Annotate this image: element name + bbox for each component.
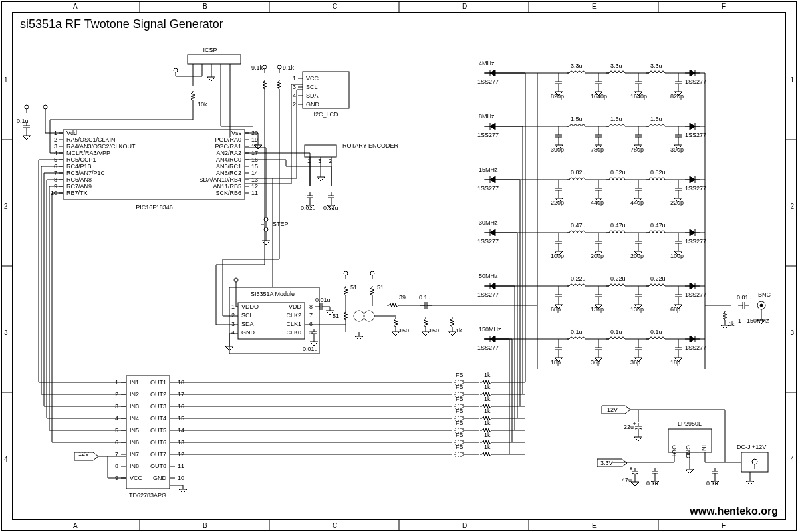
c-rot1: 0.01u	[301, 205, 316, 211]
svg-text:FB: FB	[456, 408, 464, 414]
svg-text:FB: FB	[456, 444, 464, 450]
svg-text:8: 8	[115, 463, 118, 469]
c-att: 0.1u	[419, 294, 431, 301]
svg-text:RC3/AN7/P1C: RC3/AN7/P1C	[66, 170, 106, 176]
svg-text:36p: 36p	[591, 359, 600, 366]
svg-text:FB: FB	[456, 372, 464, 378]
svg-text:3.3u: 3.3u	[650, 63, 662, 69]
svg-text:IN7: IN7	[130, 451, 139, 458]
svg-text:SCK/RB6: SCK/RB6	[215, 190, 241, 196]
svg-text:18: 18	[251, 143, 258, 150]
svg-text:Vss: Vss	[231, 130, 242, 136]
mcu-block: PIC16F18346 1Vdd2RA5/OSC1/CLKIN3RA4/AN3/…	[51, 130, 258, 211]
svg-text:5: 5	[309, 329, 313, 336]
svg-text:CLK1: CLK1	[286, 321, 301, 327]
c-vdd-si: 0.01u	[315, 297, 331, 303]
svg-text:VCC: VCC	[306, 75, 319, 82]
svg-text:0.22u: 0.22u	[610, 275, 626, 282]
svg-text:IN6: IN6	[130, 439, 139, 446]
svg-text:68p: 68p	[551, 306, 561, 313]
svg-text:390p: 390p	[670, 146, 684, 153]
svg-text:150MHz: 150MHz	[479, 326, 501, 332]
svg-text:IN1: IN1	[130, 379, 139, 386]
svg-text:0.22u: 0.22u	[650, 275, 666, 282]
svg-text:1: 1	[231, 303, 235, 310]
svg-text:2: 2	[329, 158, 332, 164]
svg-text:1SS277: 1SS277	[685, 238, 706, 245]
svg-text:15MHz: 15MHz	[479, 166, 498, 173]
svg-point-199	[364, 311, 374, 321]
svg-text:1SS277: 1SS277	[685, 78, 706, 85]
mcu-name: PIC16F18346	[136, 204, 173, 211]
schematic-svg: PIC16F18346 1Vdd2RA5/OSC1/CLKIN3RA4/AN3/…	[0, 0, 798, 532]
svg-text:PGD/RA0: PGD/RA0	[215, 136, 241, 143]
svg-text:11: 11	[178, 463, 184, 469]
r-51c: 51	[332, 313, 339, 319]
i2c-lcd-label: I2C_LCD	[313, 111, 338, 118]
svg-text:136p: 136p	[591, 306, 604, 313]
svg-text:200p: 200p	[591, 253, 604, 259]
svg-text:RC6/AN8: RC6/AN8	[66, 176, 92, 183]
svg-text:RA5/OSC1/CLKIN: RA5/OSC1/CLKIN	[66, 136, 116, 143]
svg-text:50MHz: 50MHz	[479, 273, 498, 279]
svg-text:390p: 390p	[551, 146, 564, 153]
svg-text:19: 19	[251, 136, 258, 143]
svg-text:FB: FB	[456, 420, 464, 426]
svg-text:68p: 68p	[670, 306, 680, 313]
svg-text:1SS277: 1SS277	[477, 132, 499, 138]
r-pullup-1: 9.1k	[251, 65, 263, 71]
svg-text:8: 8	[309, 303, 313, 310]
r-out: 1k	[728, 321, 735, 327]
svg-text:820p: 820p	[670, 93, 684, 100]
svg-text:FB: FB	[456, 432, 464, 438]
svg-text:RA4/AN3/OSC2/CLKOUT: RA4/AN3/OSC2/CLKOUT	[66, 143, 136, 150]
svg-text:AN5/RC1: AN5/RC1	[216, 163, 241, 170]
svg-text:OUT7: OUT7	[150, 451, 166, 458]
svg-text:SDA/AN10/RB4: SDA/AN10/RB4	[199, 176, 241, 183]
r-1k-att: 1k	[456, 327, 462, 334]
svg-text:7: 7	[309, 312, 313, 319]
svg-text:AN4/RC0: AN4/RC0	[216, 156, 241, 163]
svg-text:FB: FB	[456, 384, 464, 390]
svg-text:1.5u: 1.5u	[650, 116, 662, 122]
svg-text:1.5u: 1.5u	[571, 116, 583, 122]
r-150b: 150	[429, 327, 439, 334]
svg-text:OUT4: OUT4	[150, 415, 166, 422]
svg-text:RB7/TX: RB7/TX	[66, 190, 88, 196]
svg-text:1.5u: 1.5u	[610, 116, 622, 122]
svg-text:1SS277: 1SS277	[685, 185, 706, 192]
c-rot2: 0.01u	[323, 205, 338, 211]
svg-text:3: 3	[54, 143, 57, 150]
svg-text:IN3: IN3	[130, 403, 139, 410]
svg-point-198	[354, 311, 364, 321]
svg-text:OUT1: OUT1	[150, 379, 166, 386]
c-clk0: 0.01u	[303, 346, 318, 352]
svg-text:440p: 440p	[591, 200, 604, 206]
svg-text:4: 4	[293, 92, 296, 99]
dc-jack-label: DC-J +12V	[737, 444, 766, 450]
svg-text:1SS277: 1SS277	[477, 185, 499, 192]
svg-text:IN8: IN8	[130, 463, 139, 469]
svg-text:GND: GND	[306, 101, 320, 108]
svg-text:0.1u: 0.1u	[650, 329, 662, 335]
svg-text:1640p: 1640p	[591, 93, 607, 100]
svg-text:14: 14	[251, 170, 258, 176]
svg-text:SDA: SDA	[306, 92, 319, 99]
r-pullup-2: 9.1k	[283, 65, 295, 71]
svg-text:100p: 100p	[551, 253, 564, 259]
svg-text:0.1u: 0.1u	[571, 329, 583, 335]
svg-text:Vdd: Vdd	[66, 130, 77, 136]
svg-text:4MHz: 4MHz	[479, 60, 495, 66]
svg-text:3.3u: 3.3u	[610, 63, 622, 69]
svg-text:MCLR/RA3/VPP: MCLR/RA3/VPP	[66, 150, 110, 156]
svg-text:18p: 18p	[551, 359, 561, 366]
svg-text:GND: GND	[153, 475, 167, 481]
drv-12v: 12V	[78, 450, 89, 457]
svg-text:0.47u: 0.47u	[610, 222, 626, 229]
svg-text:VCC: VCC	[130, 475, 143, 481]
svg-text:4: 4	[231, 329, 235, 336]
svg-text:440p: 440p	[630, 200, 644, 206]
driver-name: TD62783APG	[129, 492, 166, 499]
svg-text:0.1u: 0.1u	[610, 329, 622, 335]
svg-text:1SS277: 1SS277	[685, 132, 706, 138]
